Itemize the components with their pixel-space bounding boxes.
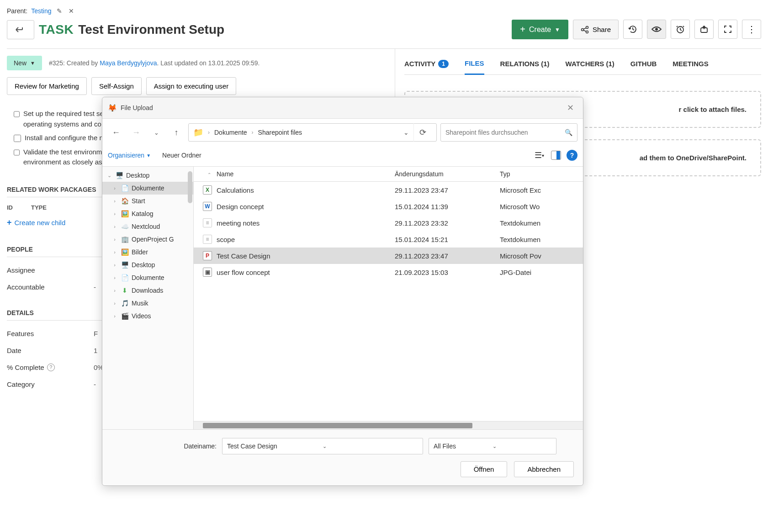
expand-icon[interactable]: › [111, 198, 118, 204]
create-button[interactable]: + Create ▼ [512, 20, 568, 39]
status-badge[interactable]: New ▼ [7, 56, 42, 70]
expand-icon[interactable]: › [111, 262, 118, 268]
crumb-sharepoint[interactable]: Sharepoint files [258, 129, 302, 136]
nav-up-button[interactable]: ↑ [168, 124, 185, 141]
expand-icon[interactable]: › [111, 185, 118, 191]
tree-item[interactable]: ›🏢OpenProject G [102, 233, 193, 246]
filter-select[interactable]: All Files ⌄ [429, 438, 556, 454]
file-row[interactable]: ≡meeting notes 29.11.2023 23:32 Textdoku… [194, 215, 583, 231]
eye-icon [651, 26, 662, 33]
back-button[interactable] [7, 20, 34, 39]
plus-icon: + [7, 218, 12, 227]
author-link[interactable]: Maya Berdygylyjova [100, 59, 157, 67]
crumb-dokumente[interactable]: Dokumente [214, 129, 247, 136]
tab-files[interactable]: FILES [465, 56, 484, 75]
task-title[interactable]: Test Environment Setup [78, 22, 224, 37]
help-icon[interactable]: ? [47, 363, 55, 371]
chevron-down-icon: ▼ [30, 60, 35, 66]
tab-relations[interactable]: RELATIONS (1) [500, 56, 550, 74]
tree-item[interactable]: ›🎬Videos [102, 310, 193, 322]
nav-forward-button[interactable]: → [128, 124, 144, 141]
search-box[interactable]: 🔍 [440, 123, 577, 142]
nav-recent-button[interactable]: ⌄ [148, 124, 164, 141]
help-button[interactable]: ? [567, 150, 577, 161]
tree-item[interactable]: ›📄Dokumente [102, 182, 193, 195]
open-button[interactable]: Öffnen [461, 461, 508, 477]
folder-type-icon: 🎵 [121, 300, 129, 307]
tree-item[interactable]: ›☁️Nextcloud [102, 220, 193, 233]
tab-watchers[interactable]: WATCHERS (1) [566, 56, 614, 74]
tab-activity[interactable]: ACTIVITY1 [404, 56, 449, 74]
category-value[interactable]: - [94, 380, 96, 388]
checkbox[interactable] [14, 135, 21, 142]
file-row[interactable]: ▣user flow concept 21.09.2023 15:03 JPG-… [194, 264, 583, 280]
close-parent-icon[interactable]: ✕ [67, 7, 75, 15]
expand-icon[interactable]: › [111, 300, 118, 306]
tree-label: Musik [132, 300, 148, 307]
path-dropdown-icon[interactable]: ⌄ [403, 129, 409, 136]
file-row[interactable]: PTest Case Design 29.11.2023 23:47 Micro… [194, 248, 583, 264]
tree-label: Katalog [132, 210, 153, 217]
checkbox[interactable] [14, 111, 20, 118]
watch-button[interactable] [647, 20, 666, 39]
view-list-button[interactable]: ☰ ▾ [533, 149, 546, 162]
assign-executing-button[interactable]: Assign to executing user [146, 77, 236, 95]
new-folder-button[interactable]: Neuer Ordner [162, 152, 201, 159]
fullscreen-button[interactable] [718, 20, 737, 39]
expand-icon[interactable]: › [111, 313, 118, 319]
parent-link[interactable]: Testing [31, 7, 51, 15]
path-box[interactable]: 📁 › Dokumente › Sharepoint files ⌄ ⟳ [188, 123, 437, 142]
tree-item[interactable]: ›🖥️Desktop [102, 258, 193, 271]
edit-icon[interactable]: ✎ [55, 7, 64, 15]
tab-github[interactable]: GITHUB [630, 56, 657, 74]
tab-meetings[interactable]: MEETINGS [673, 56, 708, 74]
file-row[interactable]: ≡scope 15.01.2024 15:21 Textdokumen [194, 231, 583, 248]
tree-scrollbar[interactable] [188, 171, 192, 203]
share-button[interactable]: Share [573, 20, 619, 39]
expand-icon[interactable]: ⌄ [106, 173, 112, 179]
checkbox[interactable] [14, 149, 20, 156]
refresh-button[interactable]: ⟳ [413, 123, 432, 142]
tree-item[interactable]: ⌄🖥️Desktop [102, 169, 193, 182]
col-type-header[interactable]: Typ [500, 170, 583, 178]
nav-back-button[interactable]: ← [108, 124, 124, 141]
folder-type-icon: 🖼️ [121, 210, 129, 217]
close-dialog-button[interactable]: ✕ [563, 101, 577, 115]
search-input[interactable] [445, 129, 565, 136]
folder-tree[interactable]: ⌄🖥️Desktop›📄Dokumente›🏠Start›🖼️Katalog›☁… [102, 167, 194, 429]
expand-icon[interactable]: › [111, 224, 118, 229]
horizontal-scrollbar[interactable] [194, 421, 583, 429]
features-value[interactable]: F [94, 330, 98, 337]
col-date-header[interactable]: Änderungsdatum [395, 170, 500, 178]
expand-icon[interactable]: › [111, 275, 118, 280]
self-assign-button[interactable]: Self-Assign [91, 77, 142, 95]
date-value[interactable]: 1 [94, 347, 97, 354]
expand-icon[interactable]: › [111, 249, 118, 255]
cancel-button[interactable]: Abbrechen [514, 461, 574, 477]
tree-item[interactable]: ›📄Dokumente [102, 271, 193, 284]
col-name-header[interactable]: Name [217, 170, 233, 178]
preview-pane-button[interactable] [551, 151, 561, 160]
chevron-down-icon[interactable]: ⌄ [323, 443, 418, 449]
export-button[interactable] [694, 20, 714, 39]
reminder-button[interactable] [671, 20, 690, 39]
accountable-label: Accountable [7, 283, 94, 291]
accountable-value[interactable]: - [94, 283, 96, 291]
history-button[interactable] [623, 20, 642, 39]
tree-item[interactable]: ›🏠Start [102, 195, 193, 207]
tree-item[interactable]: ›🖼️Bilder [102, 246, 193, 258]
expand-icon[interactable]: › [111, 237, 118, 242]
filename-input[interactable]: Test Case Design ⌄ [222, 438, 423, 454]
tree-item[interactable]: ›🖼️Katalog [102, 207, 193, 220]
expand-icon[interactable]: › [111, 288, 118, 293]
tree-item[interactable]: ›🎵Musik [102, 297, 193, 310]
review-marketing-button[interactable]: Review for Marketing [7, 77, 87, 95]
organize-button[interactable]: Organisieren ▼ [108, 152, 151, 159]
file-row[interactable]: XCalculations 29.11.2023 23:47 Microsoft… [194, 182, 583, 198]
expand-icon[interactable]: › [111, 211, 118, 216]
tree-item[interactable]: ›⬇Downloads [102, 284, 193, 297]
tree-label: Dokumente [132, 184, 164, 192]
file-row[interactable]: WDesign concept 15.01.2024 11:39 Microso… [194, 198, 583, 215]
search-icon[interactable]: 🔍 [565, 129, 572, 136]
more-button[interactable]: ⋮ [742, 20, 761, 39]
